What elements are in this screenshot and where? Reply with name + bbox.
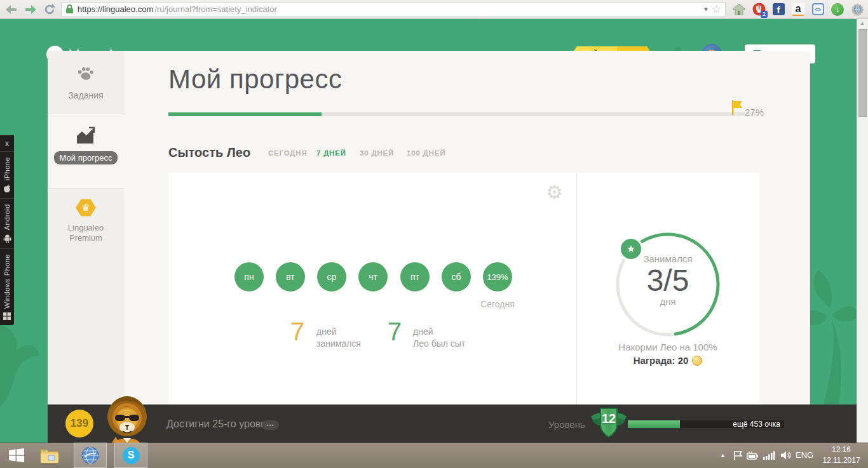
stat-days-trained-value: 7 <box>290 318 304 346</box>
reward-row: Награда: 20 <box>592 355 744 366</box>
side-tab-iphone[interactable]: iPhone <box>0 152 14 199</box>
scrollbar-up-arrow[interactable]: ▲ <box>857 20 868 26</box>
secure-lock-icon <box>65 4 74 14</box>
goal-value: 3/5 <box>614 263 721 298</box>
adblock-extension-button[interactable]: 2 <box>752 3 766 17</box>
day-circle-today-percent: 139% <box>483 262 512 291</box>
goal-flag-icon <box>731 100 743 116</box>
level-label: Уровень <box>548 419 585 430</box>
tab-7-days[interactable]: 7 ДНЕЙ <box>316 149 346 157</box>
today-label: Сегодня <box>472 299 523 309</box>
skype-icon: S <box>123 447 140 464</box>
day-circle-wed: ср <box>317 262 346 291</box>
goal-bottom-label: дня <box>614 296 721 307</box>
side-tabs-close-button[interactable]: x <box>0 135 14 152</box>
android-icon <box>3 234 11 243</box>
palm-silhouette-left <box>0 318 54 406</box>
sidebar-my-progress-label: Мой прогресс <box>54 151 118 164</box>
skype-taskbar-button[interactable]: S <box>114 443 147 468</box>
stat-days-trained-label: днейзанимался <box>316 326 361 350</box>
day-circle-thu: чт <box>358 262 388 291</box>
widget-settings-gear-icon[interactable]: ⚙ <box>546 183 563 202</box>
speaker-icon <box>780 450 791 460</box>
volume-tray-button[interactable] <box>778 443 793 468</box>
start-button[interactable] <box>5 443 28 468</box>
sidebar-item-tasks[interactable]: Задания <box>48 51 124 114</box>
forward-arrow-icon <box>25 5 36 14</box>
url-host: https://lingualeo.com <box>78 4 153 14</box>
file-explorer-button[interactable] <box>37 443 62 468</box>
windows-start-icon <box>9 448 24 462</box>
meatballs-counter[interactable]: 139 <box>65 410 93 438</box>
bookmark-star-icon[interactable]: ☆ <box>712 3 721 16</box>
amazon-icon: a <box>792 3 804 16</box>
userscript-extension-button[interactable]: <> <box>811 3 825 17</box>
home-button[interactable] <box>732 3 746 17</box>
action-center-button[interactable] <box>731 443 745 468</box>
address-bar[interactable]: https://lingualeo.com/ru/journal?from=sa… <box>61 2 726 17</box>
tab-30-days[interactable]: 30 ДНЕЙ <box>360 149 394 157</box>
feed-hint: Накорми Лео на 100% <box>592 342 744 352</box>
amazon-extension-button[interactable]: a <box>791 3 805 17</box>
flag-icon <box>733 450 743 460</box>
sidebar: Задания Мой прогресс ♛ LingualeoPremium <box>48 51 124 404</box>
side-tab-windows-phone[interactable]: Windows Phone <box>0 249 14 325</box>
apple-icon <box>3 184 11 193</box>
network-tray-button[interactable] <box>761 443 776 468</box>
day-circle-fri: пт <box>400 262 430 291</box>
stat1-line2: занимался <box>316 338 361 349</box>
sidebar-item-my-progress[interactable]: Мой прогресс <box>48 114 124 188</box>
points-left-label: ещё 453 очка <box>733 420 780 429</box>
browser-back-button[interactable] <box>4 3 19 17</box>
folder-icon <box>40 447 59 464</box>
taskbar-clock[interactable]: 12:16 12.11.2017 <box>818 445 864 466</box>
sidebar-item-premium[interactable]: ♛ LingualeoPremium <box>48 189 124 258</box>
battery-tray-button[interactable] <box>745 443 760 468</box>
side-tab-android[interactable]: Android <box>0 199 14 248</box>
card-divider <box>576 173 577 404</box>
progress-chart-icon <box>75 126 97 145</box>
achievement-text: Достигни 25-го уровня <box>166 418 272 430</box>
lion-mascot[interactable] <box>97 394 158 443</box>
home-icon <box>733 4 745 15</box>
globe-browser-icon <box>81 446 100 465</box>
extension-badge: 2 <box>761 11 768 18</box>
screen: https://lingualeo.com/ru/journal?from=sa… <box>0 0 868 468</box>
browser-toolbar: https://lingualeo.com/ru/journal?from=sa… <box>0 0 868 19</box>
download-extension-button[interactable]: ↓ <box>831 3 844 17</box>
satiety-heading: Сытость Лео <box>168 145 250 160</box>
signal-bars-icon <box>763 451 775 460</box>
facebook-icon: f <box>773 3 785 15</box>
stat2-line2: Лео был сыт <box>413 338 465 349</box>
browser-taskbar-button[interactable] <box>74 443 107 468</box>
facebook-extension-button[interactable]: f <box>771 3 785 17</box>
battery-icon <box>747 451 759 460</box>
browser-forward-button[interactable] <box>23 3 38 17</box>
site-header: Lingualeo Задания Материалы Тренировки Г… <box>0 19 868 51</box>
achievement-more-button[interactable]: ••• <box>262 420 279 430</box>
extension-row: 2 f a <> ↓ <box>732 3 864 17</box>
tasks-paw-icon <box>76 65 95 81</box>
sidebar-tasks-label: Задания <box>68 90 103 100</box>
gear-globe-icon <box>851 3 864 16</box>
side-tab-iphone-label: iPhone <box>3 157 11 180</box>
premium-crown-icon: ♛ <box>76 199 96 217</box>
coin-icon <box>692 356 702 366</box>
browser-refresh-button[interactable] <box>42 3 57 17</box>
settings-extension-button[interactable] <box>850 3 864 17</box>
day-circle-tue: вт <box>276 262 305 291</box>
day-circle-sat: сб <box>442 262 471 291</box>
download-arrow-icon: ↓ <box>831 3 844 16</box>
mobile-app-side-tabs: x iPhone Android Windows Phone <box>0 135 14 325</box>
stat-days-fed-value: 7 <box>388 318 402 346</box>
scrollbar-thumb[interactable] <box>858 29 867 117</box>
stat2-line1: дней <box>413 326 433 337</box>
refresh-icon <box>44 4 55 15</box>
points-left: ещё 453 очка <box>628 420 780 428</box>
windows-icon <box>3 312 11 320</box>
language-indicator[interactable]: ENG <box>796 450 813 460</box>
tab-100-days[interactable]: 100 ДНЕЙ <box>407 149 445 157</box>
tab-today[interactable]: СЕГОДНЯ <box>268 149 308 157</box>
tray-chevron-icon[interactable]: ▲ <box>720 452 726 458</box>
url-dropdown-caret[interactable]: ▾ <box>704 5 708 13</box>
